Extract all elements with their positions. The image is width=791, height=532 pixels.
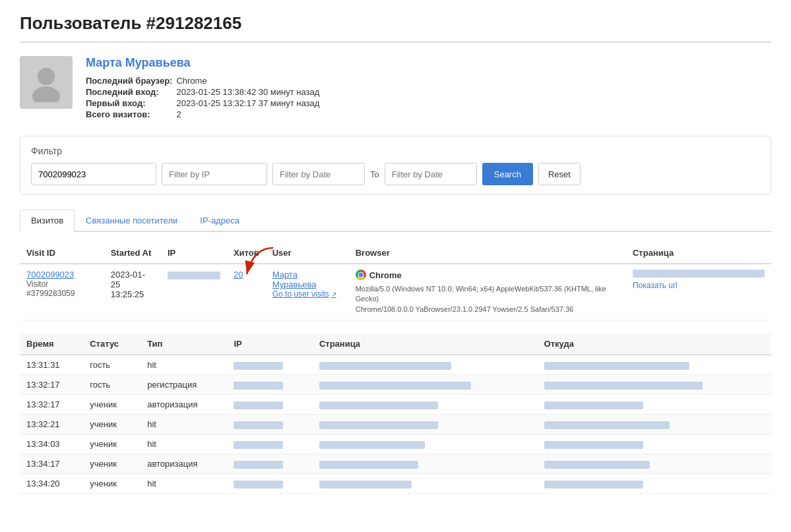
col-started-at: Started At: [104, 243, 161, 264]
hit-type: hit: [141, 434, 227, 454]
hits-col-type: Тип: [141, 334, 227, 355]
hit-status: гость: [83, 375, 141, 395]
hits-table-row: 13:34:03 ученик hit: [20, 434, 771, 454]
hit-status: ученик: [83, 434, 141, 454]
filter-date-to-input[interactable]: [385, 163, 477, 185]
avatar: [20, 56, 73, 109]
ip-cell: [161, 264, 227, 320]
chrome-icon: [356, 270, 366, 280]
hit-page: [313, 375, 538, 395]
hit-ip: [227, 395, 312, 415]
user-info: Марта Муравьева Последний браузер: Chrom…: [86, 56, 323, 120]
page-cell: Показать url: [626, 264, 771, 320]
col-visit-id: Visit ID: [20, 243, 104, 264]
filter-ip-input[interactable]: [162, 163, 267, 185]
hit-time: 13:31:31: [20, 355, 83, 375]
filter-date-from-input[interactable]: [272, 163, 365, 185]
total-visits-label: Всего визитов:: [86, 109, 176, 120]
hit-status: ученик: [83, 395, 141, 415]
browser-cell: Chrome Mozilla/5.0 (Windows NT 10.0; Win…: [349, 264, 626, 320]
filter-box: Фильтр To Search Reset: [20, 136, 771, 195]
hit-page: [313, 434, 538, 454]
first-login-label: Первый вход:: [86, 98, 176, 109]
hit-ip: [227, 355, 312, 375]
hits-table: Время Статус Тип IP Страница Откуда 13:3…: [20, 334, 771, 494]
col-browser: Browser: [349, 243, 626, 264]
hit-type: hit: [141, 355, 227, 375]
svg-point-1: [32, 86, 60, 102]
hit-time: 13:32:17: [20, 395, 83, 415]
hit-page: [313, 355, 538, 375]
browser-detail: Mozilla/5.0 (Windows NT 10.0; Win64; x64…: [356, 284, 619, 314]
first-login-value: 2023-01-25 13:32:17 37 минут назад: [176, 98, 323, 109]
hit-ip: [227, 415, 312, 434]
tab-ip-addresses[interactable]: IP-адреса: [189, 210, 251, 232]
hit-referer: [538, 395, 771, 415]
visitor-id: Visitor #3799283059: [26, 280, 98, 298]
user-name-link[interactable]: Марта Муравьева: [272, 270, 342, 289]
hits-col-time: Время: [20, 334, 83, 355]
hit-page: [313, 395, 538, 415]
hit-referer: [538, 355, 771, 375]
reset-button[interactable]: Reset: [538, 163, 581, 185]
search-button[interactable]: Search: [482, 163, 533, 185]
hit-ip: [227, 434, 312, 454]
visit-id-link[interactable]: 7002099023: [26, 270, 74, 280]
browser-name: Chrome: [356, 270, 402, 280]
hit-page: [313, 454, 538, 474]
hit-status: ученик: [83, 415, 141, 434]
hit-referer: [538, 375, 771, 395]
last-login-label: Последний вход:: [86, 86, 176, 98]
col-ip: IP: [161, 243, 227, 264]
hits-col-referer: Откуда: [538, 334, 771, 355]
hits-table-row: 13:34:17 ученик авторизация: [20, 454, 771, 474]
hits-table-row: 13:31:31 гость hit: [20, 355, 771, 375]
last-browser-label: Последний браузер:: [86, 75, 176, 86]
go-to-visits-link[interactable]: Go to user visits ↗: [272, 289, 342, 299]
hits-table-row: 13:32:21 ученик hit: [20, 415, 771, 434]
tab-visits[interactable]: Визитов: [20, 210, 75, 232]
external-link-icon: ↗: [331, 291, 336, 298]
visits-table: Visit ID Started At IP Хитов User Browse…: [20, 243, 771, 320]
last-login-value: 2023-01-25 13:38:42 30 минут назад: [176, 86, 323, 98]
hit-status: гость: [83, 355, 141, 375]
svg-point-0: [38, 68, 55, 85]
user-profile: Марта Муравьева Последний браузер: Chrom…: [20, 56, 771, 120]
hit-page: [313, 415, 538, 434]
col-page: Страница: [626, 243, 771, 264]
tabs-bar: Визитов Связанные посетители IP-адреса: [20, 208, 771, 232]
hit-time: 13:34:20: [20, 474, 83, 494]
filter-id-input[interactable]: [31, 163, 156, 185]
hit-type: регистрация: [141, 375, 227, 395]
hit-type: hit: [141, 474, 227, 494]
hit-ip: [227, 474, 312, 494]
hits-table-row: 13:34:20 ученик hit: [20, 474, 771, 494]
date-to-label: To: [370, 169, 379, 179]
hit-type: авторизация: [141, 395, 227, 415]
hit-type: авторизация: [141, 454, 227, 474]
started-at-cell: 2023-01-25 13:25:25: [104, 264, 161, 320]
hits-col-status: Статус: [83, 334, 141, 355]
hit-referer: [538, 415, 771, 434]
filter-title: Фильтр: [31, 146, 760, 156]
hits-table-row: 13:32:17 ученик авторизация: [20, 395, 771, 415]
hit-status: ученик: [83, 454, 141, 474]
hit-status: ученик: [83, 474, 141, 494]
total-visits-value: 2: [176, 109, 323, 120]
hits-table-row: 13:32:17 гость регистрация: [20, 375, 771, 395]
last-browser-value: Chrome: [176, 75, 323, 86]
hits-col-ip: IP: [227, 334, 312, 355]
hit-time: 13:34:17: [20, 454, 83, 474]
page-redacted: [633, 270, 765, 278]
hits-table-header: Время Статус Тип IP Страница Откуда: [20, 334, 771, 355]
hit-referer: [538, 454, 771, 474]
user-name: Марта Муравьева: [86, 56, 323, 70]
show-url-link[interactable]: Показать url: [633, 281, 678, 290]
hit-time: 13:32:21: [20, 415, 83, 434]
hit-page: [313, 474, 538, 494]
user-details: Последний браузер: Chrome Последний вход…: [86, 75, 323, 120]
hits-col-page: Страница: [313, 334, 538, 355]
filter-row: To Search Reset: [31, 163, 760, 185]
tab-related-visitors[interactable]: Связанные посетители: [75, 210, 189, 232]
red-arrow-icon: [240, 245, 280, 281]
